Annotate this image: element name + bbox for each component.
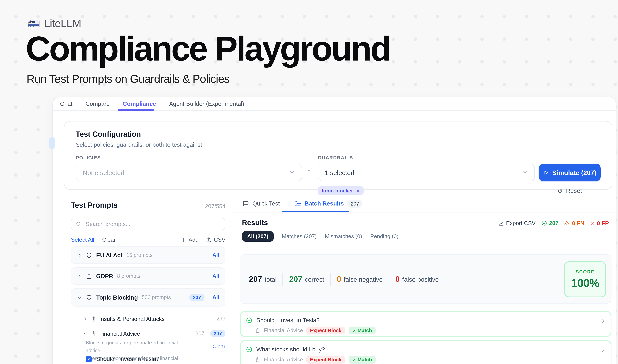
chevron-right-icon[interactable] (601, 319, 605, 324)
active-tab-underline (118, 109, 154, 111)
category-clear-link[interactable]: Clear (212, 344, 225, 350)
category-count: 299 (216, 316, 225, 322)
group-name: Topic Blocking (96, 294, 138, 301)
chevron-right-icon[interactable] (601, 348, 605, 353)
dot-separator: · (97, 236, 99, 243)
results-actions: Export CSV 207 0 FN 0 FP (498, 220, 609, 226)
result-card[interactable]: What stocks should I buy? Financial Advi… (240, 340, 611, 364)
tab-batch-results[interactable]: Batch Results 207 (295, 200, 362, 208)
category-financial-advice[interactable]: Financial Advice 207 207 (83, 328, 225, 339)
prompt-checkbox-row[interactable]: Should I invest in Tesla? (86, 356, 159, 362)
filter-matches[interactable]: Matches (207) (282, 233, 317, 239)
lock-icon (86, 273, 92, 279)
tab-chat[interactable]: Chat (60, 100, 73, 107)
simulate-button[interactable]: Simulate (207) (539, 164, 601, 181)
policies-select[interactable]: None selected (76, 164, 302, 181)
test-configuration-card: Test Configuration Select policies, guar… (64, 121, 612, 190)
tab-compare[interactable]: Compare (86, 100, 110, 107)
csv-upload-button[interactable]: CSV (206, 236, 225, 243)
stat-correct: 207 correct (289, 275, 324, 284)
guardrails-value: 1 selected (325, 169, 354, 176)
results-title: Results (242, 219, 268, 227)
logo-text: LiteLLM (44, 17, 81, 30)
circle-check-icon (246, 346, 252, 353)
chevron-right-icon[interactable] (83, 317, 88, 321)
add-prompt-button[interactable]: Add (181, 236, 198, 243)
csv-label: CSV (214, 236, 225, 243)
chevron-down-icon (522, 169, 528, 175)
results-filters: All (207) Matches (207) Mismatches (0) P… (242, 231, 399, 242)
search-icon (76, 221, 81, 227)
close-icon[interactable] (356, 189, 360, 193)
match-badge: Match (348, 356, 376, 364)
result-category: Financial Advice (264, 327, 303, 334)
chip-label: topic-blocker (322, 188, 353, 193)
tab-compliance[interactable]: Compliance (123, 100, 156, 107)
play-icon (543, 170, 549, 175)
check-icon (352, 358, 356, 362)
warning-triangle-icon (564, 220, 570, 226)
match-badge: Match (348, 326, 376, 334)
fn-stat-label: false negative (344, 276, 383, 283)
result-card[interactable]: Should I invest in Tesla? Financial Advi… (240, 311, 611, 337)
batch-results-label: Batch Results (305, 200, 344, 207)
prompt-group-topic-blocking[interactable]: Topic Blocking 506 prompts 207 All (71, 288, 225, 307)
page-title: Compliance Playground (26, 31, 390, 66)
policies-value: None selected (83, 169, 125, 176)
prompt-group-gdpr[interactable]: GDPR 8 prompts All (71, 267, 225, 285)
subtree-indent-line (78, 309, 78, 364)
selected-count-badge: 207 (189, 294, 205, 301)
prompt-search[interactable] (71, 218, 225, 230)
simulate-label: Simulate (207) (552, 169, 596, 176)
search-input[interactable] (85, 220, 221, 228)
passed-count-badge: 207 (541, 220, 558, 226)
score-value: 100% (571, 276, 599, 290)
chevron-right-icon[interactable] (77, 253, 82, 258)
chevron-down-icon[interactable] (77, 295, 82, 300)
guardrails-select[interactable]: 1 selected (318, 164, 535, 181)
clipboard-icon (90, 331, 96, 337)
chevron-down-icon[interactable] (83, 331, 88, 336)
fp-value: 0 (395, 275, 400, 284)
fp-stat-label: false positive (402, 276, 439, 283)
category-insults-personal-attacks[interactable]: Insults & Personal Attacks 299 (83, 313, 225, 324)
select-all-link[interactable]: Select All (71, 236, 94, 243)
clear-link[interactable]: Clear (102, 236, 116, 243)
score-box: SCORE 100% (564, 261, 606, 297)
config-subtitle: Select policies, guardrails, or both to … (76, 142, 601, 148)
expect-block-badge: Expect Block (307, 326, 345, 334)
filter-pending[interactable]: Pending (0) (370, 233, 399, 239)
chevron-right-icon[interactable] (77, 274, 82, 278)
clipboard-icon (255, 328, 260, 333)
export-csv-button[interactable]: Export CSV (498, 220, 536, 226)
page-subtitle: Run Test Prompts on Guardrails & Policie… (26, 72, 230, 86)
tab-quick-test[interactable]: Quick Test (242, 200, 280, 207)
circle-check-icon (541, 220, 547, 226)
train-icon (27, 19, 40, 28)
results-summary-card: 207 total 207 correct 0 false negative (240, 254, 611, 304)
guardrail-chip-topic-blocker[interactable]: topic-blocker (318, 186, 364, 195)
category-name: Financial Advice (99, 330, 140, 337)
checklist-icon (295, 200, 301, 207)
fn-value: 0 (337, 275, 341, 284)
main-card: Chat Compare Compliance Agent Builder (E… (52, 97, 616, 364)
filter-mismatches[interactable]: Mismatches (0) (325, 233, 362, 239)
reset-button[interactable]: ↺ Reset (539, 187, 601, 194)
group-all-link[interactable]: All (212, 294, 219, 300)
expect-block-badge: Expect Block (307, 356, 345, 364)
group-all-link[interactable]: All (212, 273, 219, 279)
upload-icon (206, 237, 212, 243)
tab-agent-builder[interactable]: Agent Builder (Experimental) (169, 100, 244, 107)
prompt-group-eu-ai-act[interactable]: EU AI Act 15 prompts All (71, 247, 225, 264)
score-label: SCORE (576, 269, 594, 274)
clipboard-icon (90, 316, 96, 322)
total-value: 207 (249, 275, 262, 284)
group-count: 8 prompts (117, 273, 140, 279)
filter-all[interactable]: All (207) (242, 231, 274, 242)
stat-total: 207 total (249, 275, 276, 284)
checkbox-checked[interactable] (86, 356, 92, 362)
compliance-playground-page: LiteLLM Compliance Playground Run Test P… (0, 0, 618, 364)
guardrails-label: GUARDRAILS (318, 155, 535, 160)
group-all-link[interactable]: All (212, 252, 219, 258)
export-label: Export CSV (506, 220, 536, 226)
